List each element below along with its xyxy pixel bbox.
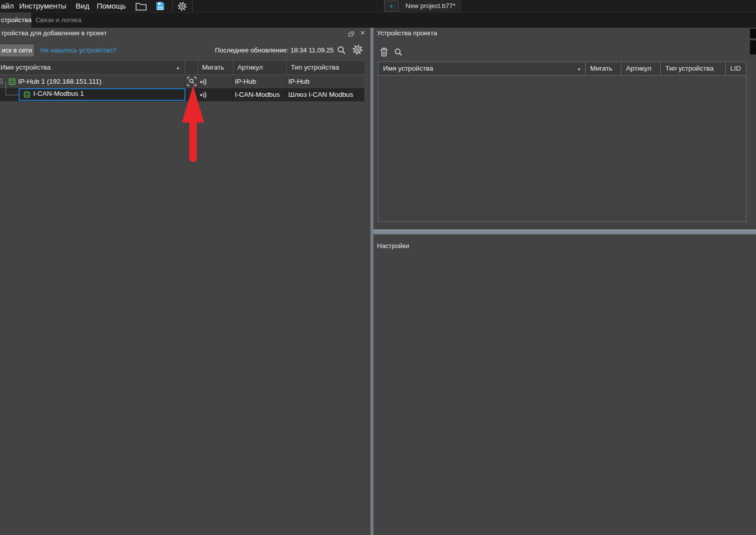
device-type: IP-Hub	[288, 75, 309, 88]
column-header-locate[interactable]	[184, 61, 198, 75]
view-tab-strip: стройства Связи и логика	[0, 13, 756, 28]
devices-to-add-panel: тройства для добавления в проект × иск в…	[0, 28, 370, 535]
column-header-name[interactable]: Имя устройства	[0, 61, 184, 75]
selected-name-cell[interactable]: I-CAN-Modbus 1	[19, 88, 185, 101]
menu-item-help[interactable]: Помощь	[97, 0, 126, 12]
tree-branch-line	[6, 95, 19, 95]
column-header-blink[interactable]: Мигать	[198, 61, 233, 75]
device-name: I-CAN-Modbus 1	[33, 88, 84, 99]
panel-title: Настройки	[377, 242, 409, 250]
panel-title: тройства для добавления в проект	[1, 29, 107, 37]
cell-divider	[286, 88, 287, 101]
menu-item-file[interactable]: айл	[1, 0, 14, 12]
menu-item-view[interactable]: Вид	[76, 0, 89, 12]
column-header-lid[interactable]: LID	[725, 62, 747, 75]
menu-bar: айл Инструменты Вид Помощь + New project…	[0, 0, 756, 13]
device-icon	[24, 91, 30, 98]
tree-branch-line	[6, 82, 6, 95]
device-not-found-link[interactable]: Не нашлось устройство?	[40, 46, 116, 54]
column-header-name[interactable]: Имя устройства	[379, 62, 585, 75]
tab-devices[interactable]: стройства	[0, 13, 31, 28]
cell-divider	[286, 75, 287, 88]
cell-divider	[233, 75, 233, 88]
last-update-text: Последнее обновление: 18:34 11.09.25	[151, 46, 334, 54]
sort-asc-icon[interactable]: ▲	[577, 67, 581, 71]
settings-panel: Настройки	[373, 234, 756, 535]
toolbar-separator	[172, 1, 173, 11]
new-project-tab-button[interactable]: +	[384, 1, 399, 12]
undock-panel-icon[interactable]	[348, 31, 354, 37]
device-name: IP-Hub 1 (192.168.151.111)	[18, 75, 101, 88]
column-header-article[interactable]: Артикул	[233, 61, 286, 75]
close-panel-icon[interactable]: ×	[360, 28, 365, 38]
project-doc-tab[interactable]: New project.b77*	[399, 0, 462, 12]
panel-title: Устройства проекта	[377, 29, 437, 37]
tree-expander-icon[interactable]: –	[0, 79, 3, 84]
column-header-type[interactable]: Тип устройства	[286, 61, 364, 75]
device-article: IP-Hub	[235, 75, 256, 88]
red-arrow-annotation	[175, 84, 211, 165]
sort-asc-icon[interactable]: ▲	[176, 66, 180, 70]
search-icon[interactable]	[394, 48, 403, 56]
column-header-blink[interactable]: Мигать	[585, 62, 621, 75]
device-article: I-CAN-Modbus	[235, 88, 280, 101]
save-icon[interactable]	[156, 2, 165, 11]
cell-divider	[233, 88, 233, 101]
column-header-type[interactable]: Тип устройства	[660, 62, 725, 75]
search-icon[interactable]	[337, 45, 346, 55]
horizontal-splitter[interactable]	[373, 229, 756, 234]
search-network-button[interactable]: иск в сети	[0, 44, 34, 56]
tab-links-and-logic[interactable]: Связи и логика	[31, 13, 86, 28]
device-type: Шлюз I-CAN Modbus	[288, 88, 353, 101]
project-table-header: Имя устройства ▲ Мигать Артикул Тип устр…	[378, 62, 746, 76]
toolbar-separator	[192, 1, 193, 11]
project-devices-panel: Устройства проекта Имя устройства ▲ Мига…	[373, 28, 756, 229]
panel-edge-button[interactable]	[750, 29, 756, 38]
menu-item-tools[interactable]: Инструменты	[19, 0, 67, 12]
column-header-article[interactable]: Артикул	[621, 62, 660, 75]
device-table-header: Имя устройства ▲ Мигать Артикул Тип устр…	[0, 60, 364, 75]
project-table-empty-body[interactable]	[378, 76, 746, 222]
open-folder-icon[interactable]	[136, 2, 147, 11]
gear-icon[interactable]	[177, 2, 187, 11]
trash-icon[interactable]	[380, 47, 388, 56]
panel-edge-button[interactable]	[750, 40, 756, 54]
gear-icon[interactable]	[352, 44, 363, 55]
device-icon	[9, 78, 16, 85]
